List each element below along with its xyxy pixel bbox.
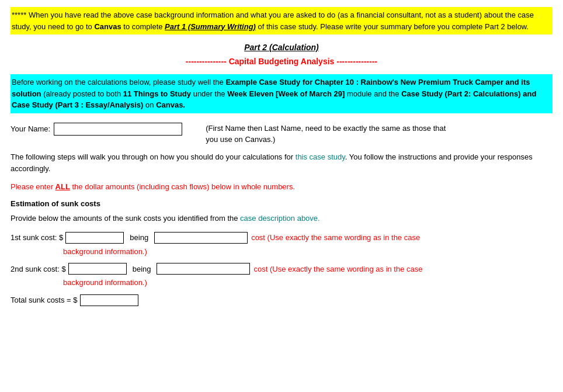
all-underline: ALL xyxy=(55,182,70,191)
sunk2-cost-note: cost (Use exactly the same wording as in… xyxy=(253,265,422,273)
walk-through-text: The following steps will walk you throug… xyxy=(11,151,552,176)
case-description-teal: case description above. xyxy=(240,214,320,223)
sunk-cost-1-row: 1st sunk cost: $ being cost (Use exactly… xyxy=(11,232,552,244)
name-input[interactable] xyxy=(54,123,182,136)
sunk2-bg-note: background information.) xyxy=(11,277,552,289)
top-notice-after: of this case study. Please write your su… xyxy=(256,22,529,31)
sunk-cost-2-row: 2nd sunk cost: $ being cost (Use exactly… xyxy=(11,263,552,275)
total-sunk-input[interactable] xyxy=(80,294,138,306)
cyan-11things: 11 Things to Study xyxy=(123,89,191,98)
sunk2-description-input[interactable] xyxy=(157,263,250,275)
sunk1-label: 1st sunk cost: $ xyxy=(11,233,63,242)
canvas-word-bold: Canvas xyxy=(94,22,121,31)
top-notice-text: ***** When you have read the above case … xyxy=(12,11,534,31)
please-enter-notice: Please enter ALL the dollar amounts (inc… xyxy=(11,181,552,193)
cyan-end: on xyxy=(143,100,156,109)
sunk1-cost-note: cost (Use exactly the same wording as in… xyxy=(251,233,420,242)
walk-through-teal: this case study xyxy=(296,152,345,161)
cyan-middle: module and the xyxy=(345,89,401,98)
sunk2-amount-input[interactable] xyxy=(68,263,127,275)
part2-title: Part 2 (Calculation) xyxy=(11,43,552,52)
being2-label: being xyxy=(133,265,151,273)
name-label: Your Name: xyxy=(11,123,50,136)
top-notice-middle: to complete xyxy=(121,22,165,31)
estimation-heading: Estimation of sunk costs xyxy=(11,199,552,208)
cyan-before-bold: Before working on the calculations below… xyxy=(12,78,225,86)
sunk1-description-input[interactable] xyxy=(154,232,248,244)
provide-text: Provide below the amounts of the sunk co… xyxy=(11,213,552,225)
sunk1-bg-note: background information.) xyxy=(11,246,552,258)
total-label: Total sunk costs = $ xyxy=(11,296,78,304)
top-notice: ***** When you have read the above case … xyxy=(11,7,552,34)
part1-label: Part 1 (Summary Writing) xyxy=(165,22,256,31)
cyan-section: Before working on the calculations below… xyxy=(11,74,552,113)
cyan-after-bold: (already posted to both xyxy=(41,89,123,98)
cyan-canvas-bold: Canvas. xyxy=(156,100,185,109)
sunk2-label: 2nd sunk cost: $ xyxy=(11,265,66,273)
cyan-week11: Week Eleven [Week of March 29] xyxy=(227,89,345,98)
capital-budgeting-heading: --------------- Capital Budgeting Analys… xyxy=(11,57,552,66)
name-row: Your Name: (First Name then Last Name, n… xyxy=(11,123,552,145)
sunk1-amount-input[interactable] xyxy=(65,232,124,244)
total-sunk-costs-row: Total sunk costs = $ xyxy=(11,294,552,306)
name-note: (First Name then Last Name, need to be e… xyxy=(206,123,457,145)
cyan-after-11: under the xyxy=(191,89,227,98)
being1-label: being xyxy=(130,233,148,242)
